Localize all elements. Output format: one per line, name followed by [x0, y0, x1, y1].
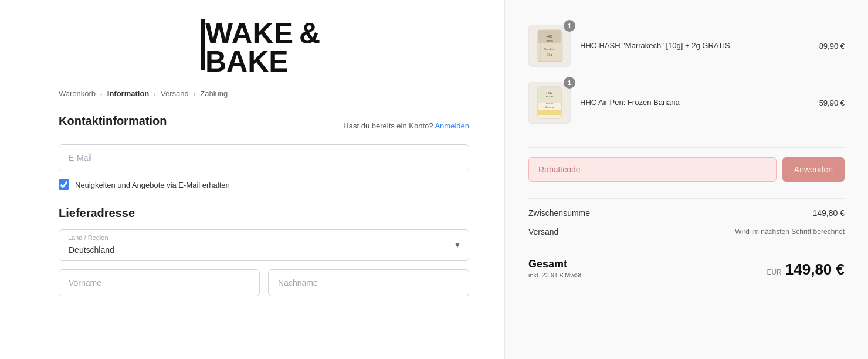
divider-3: [528, 246, 845, 246]
lastname-input[interactable]: [268, 269, 469, 296]
svg-text:Banana: Banana: [545, 106, 554, 109]
svg-text:BAKE: BAKE: [205, 45, 289, 73]
divider-2: [528, 198, 845, 199]
product-info-2: HHC Air Pen: Frozen Banana: [580, 97, 810, 108]
product-info-1: HHC-HASH "Marrakech" [10g] + 2g GRATIS: [580, 40, 810, 51]
product-name-2: HHC Air Pen: Frozen Banana: [580, 97, 810, 108]
svg-text:Air Pen: Air Pen: [545, 95, 553, 98]
breadcrumb: Warenkorb›Information›Versand›Zahlung: [59, 89, 228, 98]
product-thumbnail-hhc-hash: HHC HASH Marrakech 10g: [535, 29, 564, 63]
total-value-group: EUR 149,80 €: [767, 260, 845, 279]
logo-container: WAKE & BAKE: [59, 14, 469, 73]
product-list: HHC HASH Marrakech 10g 1: [528, 18, 845, 131]
product-item-hhc-pen: HHC Air Pen Frozen Banana 1: [528, 74, 845, 131]
product-name-1: HHC-HASH "Marrakech" [10g] + 2g GRATIS: [580, 40, 810, 51]
breadcrumb-item-1: Information: [107, 89, 150, 98]
contact-header: Kontaktinformation Hast du bereits ein K…: [59, 114, 469, 137]
firstname-input[interactable]: [59, 269, 260, 296]
breadcrumb-item-3: Zahlung: [200, 89, 228, 98]
divider-1: [528, 147, 845, 148]
apply-discount-button[interactable]: Anwenden: [782, 157, 845, 182]
discount-input[interactable]: [528, 157, 777, 182]
shipping-value: Wird im nächsten Schritt berechnet: [735, 228, 845, 236]
total-label: Gesamt: [528, 258, 581, 270]
breadcrumb-sep-1: ›: [100, 90, 103, 97]
svg-rect-17: [538, 110, 561, 115]
total-value: 149,80 €: [785, 260, 845, 279]
product-item-hhc-hash: HHC HASH Marrakech 10g 1: [528, 18, 845, 74]
svg-text:Frozen: Frozen: [546, 102, 553, 105]
newsletter-row: Neuigkeiten und Angebote via E-Mail erha…: [59, 180, 469, 190]
product-price-2: 59,90 €: [819, 99, 845, 107]
contact-title: Kontaktinformation: [59, 114, 167, 128]
left-panel: WAKE & BAKE Warenkorb›Information›Versan…: [0, 0, 504, 359]
product-image-2: HHC Air Pen Frozen Banana: [528, 82, 571, 124]
subtotal-value: 149,80 €: [813, 208, 845, 218]
contact-section: Kontaktinformation Hast du bereits ein K…: [59, 114, 469, 206]
product-price-1: 89,90 €: [819, 42, 845, 50]
login-hint: Hast du bereits ein Konto? Anmelden: [343, 121, 469, 130]
address-section: Lieferadresse Land / Region Deutschland …: [59, 206, 469, 304]
svg-text:Marrakech: Marrakech: [544, 48, 555, 50]
breadcrumb-sep-2: ›: [154, 90, 156, 97]
subtotal-row: Zwischensumme 149,80 €: [528, 204, 845, 222]
name-row: [59, 269, 469, 304]
svg-text:&: &: [299, 17, 320, 50]
login-link[interactable]: Anmelden: [435, 121, 469, 130]
subtotal-label: Zwischensumme: [528, 208, 590, 218]
total-sub: inkl. 23,91 € MwSt: [528, 272, 581, 279]
total-row: Gesamt inkl. 23,91 € MwSt EUR 149,80 €: [528, 251, 845, 281]
total-currency: EUR: [767, 268, 781, 276]
country-label: Land / Region: [68, 234, 108, 241]
product-thumbnail-hhc-pen: HHC Air Pen Frozen Banana: [537, 86, 562, 120]
svg-text:10g: 10g: [547, 53, 552, 56]
svg-rect-3: [201, 19, 205, 70]
product-image-wrap-1: HHC HASH Marrakech 10g 1: [528, 25, 571, 67]
brand-logo: WAKE & BAKE: [199, 14, 328, 73]
newsletter-label[interactable]: Neuigkeiten und Angebote via E-Mail erha…: [75, 181, 230, 189]
product-badge-1: 1: [564, 20, 575, 32]
breadcrumb-item-2: Versand: [161, 89, 189, 98]
breadcrumb-sep-3: ›: [194, 90, 196, 97]
newsletter-checkbox[interactable]: [59, 180, 69, 190]
total-label-group: Gesamt inkl. 23,91 € MwSt: [528, 258, 581, 279]
address-title: Lieferadresse: [59, 206, 469, 220]
country-select-wrapper: Land / Region Deutschland Österreich Sch…: [59, 229, 469, 261]
product-image-1: HHC HASH Marrakech 10g: [528, 25, 571, 67]
svg-text:HASH: HASH: [546, 39, 552, 42]
right-panel: HHC HASH Marrakech 10g 1: [504, 0, 868, 359]
discount-row: Anwenden: [528, 157, 845, 182]
svg-text:HHC: HHC: [547, 91, 553, 94]
svg-text:HHC: HHC: [547, 35, 553, 38]
product-image-wrap-2: HHC Air Pen Frozen Banana 1: [528, 82, 571, 124]
product-badge-2: 1: [564, 77, 575, 89]
breadcrumb-item-0[interactable]: Warenkorb: [59, 89, 96, 98]
shipping-label: Versand: [528, 227, 558, 236]
shipping-row: Versand Wird im nächsten Schritt berechn…: [528, 222, 845, 241]
email-input[interactable]: [59, 144, 469, 171]
country-select[interactable]: Deutschland Österreich Schweiz: [59, 229, 469, 261]
